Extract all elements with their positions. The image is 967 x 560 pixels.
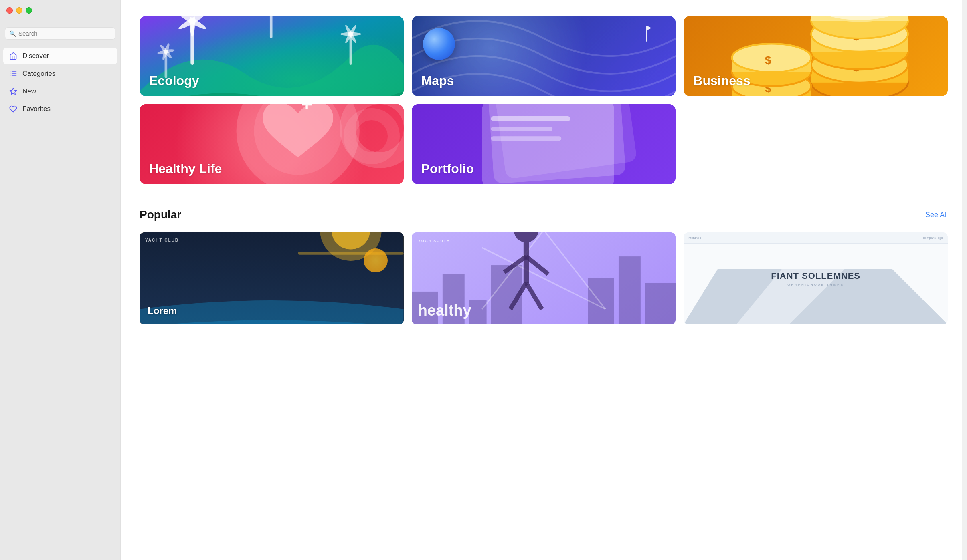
featured-card-maps[interactable]: Maps — [412, 16, 676, 96]
lorem-label: Lorem — [148, 305, 177, 316]
popular-section-header: Popular See All — [140, 208, 948, 221]
popular-card-yoga[interactable]: YOGA SOUTH healthy — [412, 232, 676, 324]
main-content: Ecology Maps — [120, 0, 967, 560]
fiant-text: FIANT SOLLEMNES GRAPHICNODE THEME — [684, 232, 948, 324]
svg-rect-56 — [491, 136, 561, 141]
scroll-track[interactable] — [962, 0, 967, 560]
sidebar: 🔍 Discover Categories — [0, 0, 120, 560]
svg-rect-27 — [646, 26, 647, 42]
search-bar[interactable]: 🔍 — [5, 27, 115, 40]
sidebar-divider — [120, 0, 121, 560]
sidebar-item-discover[interactable]: Discover — [3, 48, 117, 64]
maps-flag-icon — [642, 26, 651, 44]
sidebar-item-label-new: New — [22, 87, 36, 95]
close-button[interactable] — [6, 7, 13, 14]
sidebar-item-categories[interactable]: Categories — [3, 65, 117, 82]
popular-grid: YACHT CLUB Lorem — [140, 232, 948, 324]
featured-card-ecology[interactable]: Ecology — [140, 16, 404, 96]
maximize-button[interactable] — [26, 7, 32, 14]
svg-rect-67 — [619, 256, 641, 324]
portfolio-label: Portfolio — [421, 161, 474, 176]
fiant-topbar: Morunde company logo — [684, 232, 948, 244]
popular-card-lorem[interactable]: YACHT CLUB Lorem — [140, 232, 404, 324]
minimize-button[interactable] — [16, 7, 22, 14]
sidebar-item-label-favorites: Favorites — [22, 105, 51, 113]
healthy-life-label: Healthy Life — [149, 161, 222, 176]
yoga-sublabel: YOGA SOUTH — [418, 239, 450, 243]
maps-globe — [423, 28, 455, 60]
svg-point-11 — [189, 17, 196, 24]
house-icon — [9, 52, 18, 60]
svg-point-21 — [348, 32, 353, 37]
svg-rect-68 — [645, 283, 676, 324]
yacht-club-label: YACHT CLUB — [145, 238, 179, 242]
fiant-topbar-right: company logo — [923, 236, 943, 240]
search-icon: 🔍 — [9, 30, 16, 37]
sidebar-nav: Discover Categories New — [0, 48, 120, 117]
maps-label: Maps — [421, 73, 454, 88]
svg-rect-66 — [588, 278, 614, 324]
svg-marker-6 — [10, 88, 17, 95]
svg-rect-60 — [298, 252, 403, 255]
svg-point-26 — [164, 50, 168, 54]
star-icon — [9, 87, 18, 96]
featured-card-business[interactable]: $ $ $ $ $ — [684, 16, 948, 96]
yoga-label: healthy — [418, 303, 471, 318]
svg-point-46 — [732, 44, 811, 72]
yacht-sun-decoration — [364, 248, 388, 272]
list-icon — [9, 69, 18, 78]
featured-card-healthy-life[interactable]: + Healthy Life — [140, 104, 404, 184]
svg-text:+: + — [301, 104, 312, 115]
svg-rect-64 — [469, 300, 486, 324]
featured-grid: Ecology Maps — [140, 16, 948, 184]
featured-card-portfolio[interactable]: Portfolio — [412, 104, 676, 184]
search-input[interactable] — [18, 30, 111, 37]
fiant-subtitle: GRAPHICNODE THEME — [787, 283, 844, 286]
fiant-title: FIANT SOLLEMNES — [771, 271, 860, 281]
business-label: Business — [693, 73, 750, 88]
sidebar-item-label-categories: Categories — [22, 70, 55, 78]
popular-title: Popular — [140, 208, 181, 221]
sidebar-item-label-discover: Discover — [22, 52, 49, 60]
yoga-background: YOGA SOUTH healthy — [412, 232, 676, 324]
svg-rect-54 — [491, 116, 570, 121]
svg-rect-12 — [270, 16, 273, 38]
titlebar — [0, 0, 120, 21]
see-all-link[interactable]: See All — [925, 211, 948, 219]
popular-card-fiant[interactable]: Morunde company logo — [684, 232, 948, 324]
fiant-topbar-left: Morunde — [688, 236, 701, 240]
ecology-label: Ecology — [149, 73, 199, 88]
sidebar-item-new[interactable]: New — [3, 83, 117, 100]
sidebar-item-favorites[interactable]: Favorites — [3, 101, 117, 117]
svg-rect-55 — [491, 127, 552, 131]
svg-text:$: $ — [765, 54, 771, 66]
heart-icon — [9, 105, 18, 113]
